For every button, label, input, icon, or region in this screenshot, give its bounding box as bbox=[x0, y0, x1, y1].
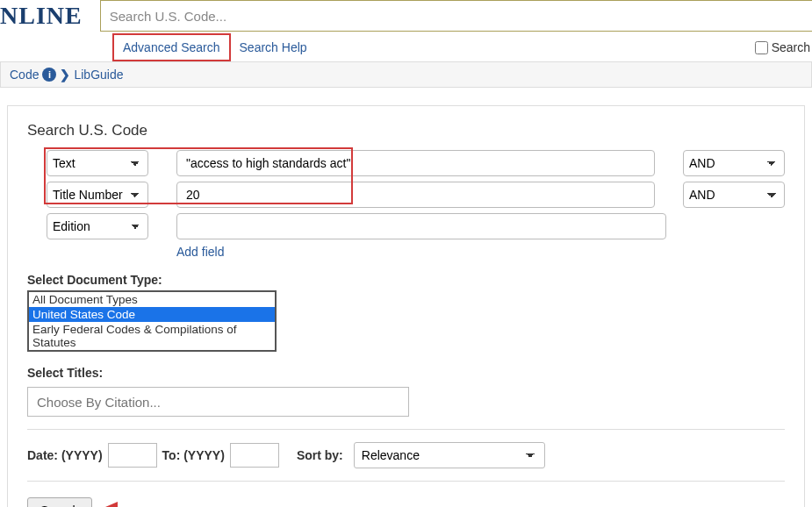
info-icon[interactable]: i bbox=[42, 68, 56, 82]
chevron-right-icon: ❯ bbox=[60, 68, 70, 82]
search-button[interactable]: Search bbox=[27, 497, 92, 507]
field-input-3[interactable] bbox=[176, 213, 666, 239]
search-row-3: Edition bbox=[27, 213, 785, 239]
doctype-option[interactable]: Other Related Works bbox=[29, 350, 275, 352]
titles-label: Select Titles: bbox=[27, 366, 785, 380]
bool-select-1[interactable]: AND bbox=[683, 150, 785, 176]
add-field-link[interactable]: Add field bbox=[176, 245, 785, 259]
breadcrumb: Code i ❯ LibGuide bbox=[0, 61, 812, 88]
search-row-1: Text AND bbox=[27, 150, 785, 176]
sort-select[interactable]: Relevance bbox=[354, 442, 545, 468]
field-select-2[interactable]: Title Number bbox=[47, 182, 148, 208]
date-from-input[interactable] bbox=[108, 443, 157, 468]
doctype-option[interactable]: Early Federal Codes & Compilations of St… bbox=[29, 322, 275, 350]
search-row-2: Title Number AND bbox=[27, 182, 785, 208]
search-checkbox-label: Search bbox=[772, 40, 810, 54]
field-select-3[interactable]: Edition bbox=[47, 213, 148, 239]
date-to-label: To: (YYYY) bbox=[162, 448, 225, 462]
arrow-annotation-icon bbox=[110, 503, 171, 508]
divider bbox=[27, 429, 785, 430]
tab-advanced-search[interactable]: Advanced Search bbox=[112, 33, 231, 61]
field-select-1[interactable]: Text bbox=[47, 150, 148, 176]
doctype-option[interactable]: United States Code bbox=[29, 307, 275, 322]
panel-title: Search U.S. Code bbox=[27, 122, 785, 139]
date-to-input[interactable] bbox=[230, 443, 279, 468]
tab-search-help[interactable]: Search Help bbox=[231, 35, 316, 60]
divider bbox=[27, 481, 785, 482]
search-checkbox[interactable] bbox=[755, 41, 768, 54]
main-search-input[interactable] bbox=[100, 0, 812, 32]
doctype-label: Select Document Type: bbox=[27, 273, 785, 287]
breadcrumb-code[interactable]: Code bbox=[10, 68, 39, 82]
field-input-2[interactable] bbox=[176, 182, 655, 208]
date-from-label: Date: (YYYY) bbox=[27, 448, 103, 462]
search-panel: Search U.S. Code Text AND Title Number A… bbox=[7, 105, 805, 507]
titles-input[interactable] bbox=[27, 387, 409, 417]
sort-label: Sort by: bbox=[297, 448, 343, 462]
doctype-listbox[interactable]: All Document Types United States Code Ea… bbox=[27, 290, 277, 352]
logo-fragment: NLINE bbox=[0, 2, 100, 30]
bool-select-2[interactable]: AND bbox=[683, 182, 785, 208]
field-input-1[interactable] bbox=[176, 150, 655, 176]
doctype-option[interactable]: All Document Types bbox=[29, 292, 275, 307]
breadcrumb-libguide[interactable]: LibGuide bbox=[74, 68, 123, 82]
